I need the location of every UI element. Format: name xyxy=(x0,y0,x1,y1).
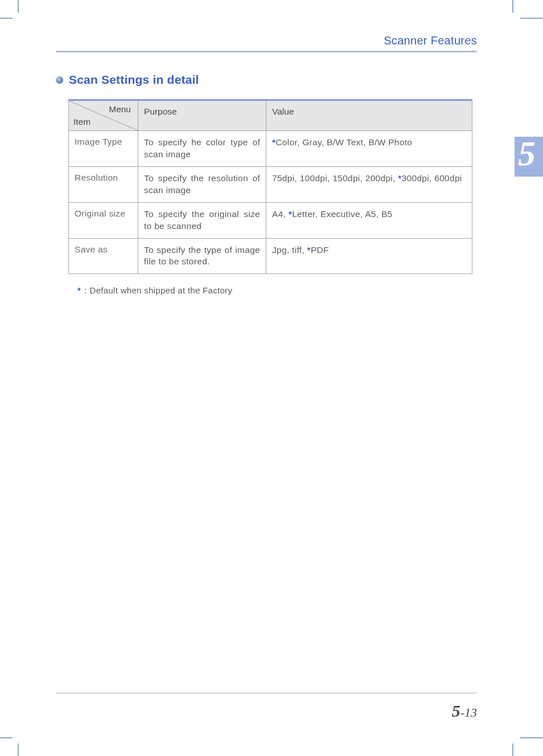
value-text: Letter, Executive, A5, B5 xyxy=(292,209,392,219)
page-number-chapter: 5 xyxy=(452,701,460,720)
settings-table-wrap: Menu Item Purpose Value Image Type To sp… xyxy=(68,99,477,295)
value-text: Jpg, tiff, xyxy=(272,245,307,255)
page-content: Scanner Features Scan Settings in detail… xyxy=(56,34,477,724)
crop-mark xyxy=(512,0,513,13)
value-text: PDF xyxy=(311,245,329,255)
section-heading-text: Scan Settings in detail xyxy=(69,73,199,87)
crop-mark xyxy=(0,737,13,738)
chapter-number: 5 xyxy=(518,133,536,174)
diag-header-cell: Menu Item xyxy=(69,100,138,131)
footer-rule xyxy=(56,693,477,694)
table-header-row: Menu Item Purpose Value xyxy=(69,100,472,131)
cell-purpose: To specify he color type of scan image xyxy=(138,131,266,167)
cell-item: Save as xyxy=(69,238,138,274)
cell-purpose: To specify the original size to be scann… xyxy=(138,202,266,238)
cell-value: *Color, Gray, B/W Text, B/W Photo xyxy=(266,131,472,167)
chapter-tab: 5 xyxy=(515,137,543,177)
footnote-text: : Default when shipped at the Factory xyxy=(82,285,232,295)
cell-item: Image Type xyxy=(69,131,138,167)
table-row: Image Type To specify he color type of s… xyxy=(69,131,472,167)
page-number-page: 13 xyxy=(464,705,477,720)
header-rule xyxy=(56,51,477,52)
cell-value: A4, *Letter, Executive, A5, B5 xyxy=(266,202,472,238)
cell-purpose: To specify the resolution of scan image xyxy=(138,166,266,202)
value-text: 75dpi, 100dpi, 150dpi, 200dpi, xyxy=(272,173,398,183)
crop-mark xyxy=(18,743,19,756)
section-heading: Scan Settings in detail xyxy=(56,73,477,87)
value-text: Color, Gray, B/W Text, B/W Photo xyxy=(275,137,412,147)
value-text: A4, xyxy=(272,209,289,219)
cell-purpose: To specify the type of image file to be … xyxy=(138,238,266,274)
running-header: Scanner Features xyxy=(56,34,477,47)
table-row: Save as To specify the type of image fil… xyxy=(69,238,472,274)
page-number-sep: - xyxy=(460,705,464,720)
crop-mark xyxy=(0,18,13,19)
crop-mark xyxy=(512,743,513,756)
col-purpose-header: Purpose xyxy=(138,100,266,131)
cell-item: Resolution xyxy=(69,166,138,202)
crop-mark xyxy=(520,18,543,19)
settings-table: Menu Item Purpose Value Image Type To sp… xyxy=(68,99,472,274)
cell-value: Jpg, tiff, *PDF xyxy=(266,238,472,274)
crop-mark xyxy=(18,0,19,13)
table-row: Original size To specify the original si… xyxy=(69,202,472,238)
crop-mark xyxy=(520,737,543,738)
cell-value: 75dpi, 100dpi, 150dpi, 200dpi, *300dpi, … xyxy=(266,166,472,202)
table-row: Resolution To specify the resolution of … xyxy=(69,166,472,202)
value-text: 300dpi, 600dpi xyxy=(402,173,462,183)
diag-bottom-label: Item xyxy=(73,117,90,127)
footnote-star-icon: * xyxy=(77,285,81,295)
page-number: 5-13 xyxy=(452,701,477,721)
cell-item: Original size xyxy=(69,202,138,238)
bullet-icon xyxy=(56,76,63,84)
col-value-header: Value xyxy=(266,100,472,131)
diag-top-label: Menu xyxy=(109,104,131,115)
footnote: * : Default when shipped at the Factory xyxy=(77,285,477,295)
